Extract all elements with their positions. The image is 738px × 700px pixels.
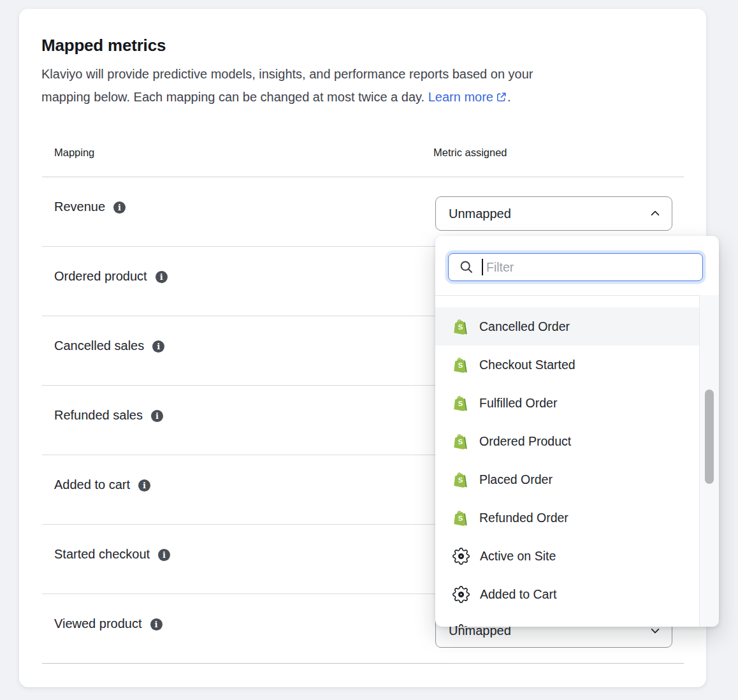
dropdown-option[interactable]: S Checkout Started (435, 346, 699, 384)
mapping-label: Refunded sales (54, 408, 143, 423)
info-icon[interactable]: i (156, 271, 168, 283)
svg-text:S: S (458, 323, 463, 331)
description-text: Klaviyo will provide predictive models, … (41, 62, 656, 108)
mapping-label-group: Started checkout i (54, 547, 170, 562)
dropdown-option[interactable]: Added to Cart (435, 575, 699, 613)
text-cursor (482, 259, 483, 275)
scrollbar-thumb[interactable] (705, 390, 714, 484)
dropdown-option-label: Cancelled Order (479, 319, 570, 334)
shopify-icon: S (452, 318, 469, 335)
mapping-label: Revenue (54, 200, 105, 214)
dropdown-option[interactable]: Active on Site (435, 537, 699, 575)
external-link-icon (495, 91, 507, 103)
shopify-icon: S (452, 356, 469, 373)
info-icon[interactable]: i (151, 410, 163, 422)
selected-metric: Unmapped (449, 207, 511, 221)
dropdown-option-label: Active on Site (480, 549, 556, 564)
info-icon[interactable]: i (158, 549, 170, 561)
mapping-label-group: Ordered product i (54, 269, 168, 284)
dropdown-option[interactable]: S Refunded Order (435, 499, 699, 537)
dropdown-option[interactable]: S Fulfilled Order (435, 384, 699, 422)
settings-page: Mapped metrics Klaviyo will provide pred… (0, 0, 738, 700)
mapping-label-group: Cancelled sales i (54, 339, 164, 353)
metric-dropdown: S Cancelled Order S Checkout Started S F… (435, 236, 719, 627)
shopify-icon: S (452, 509, 469, 526)
info-icon[interactable]: i (150, 618, 163, 631)
filter-field (448, 253, 703, 281)
dropdown-option[interactable]: S Cancelled Order (435, 307, 699, 346)
description-line-1: Klaviyo will provide predictive models, … (41, 62, 656, 85)
svg-text:S: S (458, 400, 463, 407)
svg-text:S: S (458, 476, 463, 484)
dropdown-option[interactable]: S Ordered Product (435, 422, 699, 460)
shopify-icon: S (452, 395, 469, 411)
mapping-label: Ordered product (54, 269, 147, 284)
svg-text:S: S (458, 514, 463, 522)
dropdown-option[interactable]: S Placed Order (435, 460, 699, 499)
info-icon[interactable]: i (152, 340, 164, 353)
dropdown-option-label: Cancelled Order (480, 625, 570, 627)
learn-more-link[interactable]: Learn more (428, 90, 507, 104)
mapping-label: Added to cart (54, 478, 130, 492)
dropdown-option-label: Fulfilled Order (479, 396, 557, 411)
description-line-2: mapping below. Each mapping can be chang… (41, 85, 656, 108)
metric-select[interactable]: Unmapped (435, 196, 672, 231)
gear-icon (452, 624, 470, 627)
gear-icon (452, 586, 470, 603)
mapping-label: Viewed product (54, 616, 142, 631)
gear-icon (452, 548, 470, 565)
scrollbar-track[interactable] (699, 295, 719, 627)
metric-option-list: S Cancelled Order S Checkout Started S F… (435, 295, 699, 627)
mapping-label: Started checkout (54, 547, 150, 562)
mapping-label-group: Revenue i (54, 200, 126, 214)
dropdown-option-label: Checkout Started (479, 358, 575, 372)
shopify-icon: S (452, 433, 469, 449)
column-header-metric-assigned: Metric assigned (433, 147, 507, 159)
svg-text:S: S (458, 438, 463, 446)
mapping-label: Cancelled sales (54, 339, 144, 353)
info-icon[interactable]: i (138, 479, 150, 492)
dropdown-option-label: Added to Cart (480, 587, 556, 602)
mapping-label-group: Added to cart i (54, 478, 150, 492)
mapping-label-group: Refunded sales i (54, 408, 163, 423)
dropdown-option[interactable]: Cancelled Order (435, 613, 699, 627)
info-icon[interactable]: i (113, 201, 126, 214)
dropdown-option-label: Ordered Product (479, 434, 571, 449)
column-header-mapping: Mapping (54, 147, 94, 159)
shopify-icon: S (452, 471, 469, 488)
dropdown-option-label: Placed Order (479, 472, 553, 487)
chevron-up-icon (649, 207, 662, 220)
filter-input[interactable] (448, 253, 703, 281)
mapping-label-group: Viewed product i (54, 616, 163, 631)
page-title: Mapped metrics (41, 36, 166, 55)
svg-text:S: S (458, 361, 463, 369)
dropdown-option-label: Refunded Order (479, 511, 568, 525)
